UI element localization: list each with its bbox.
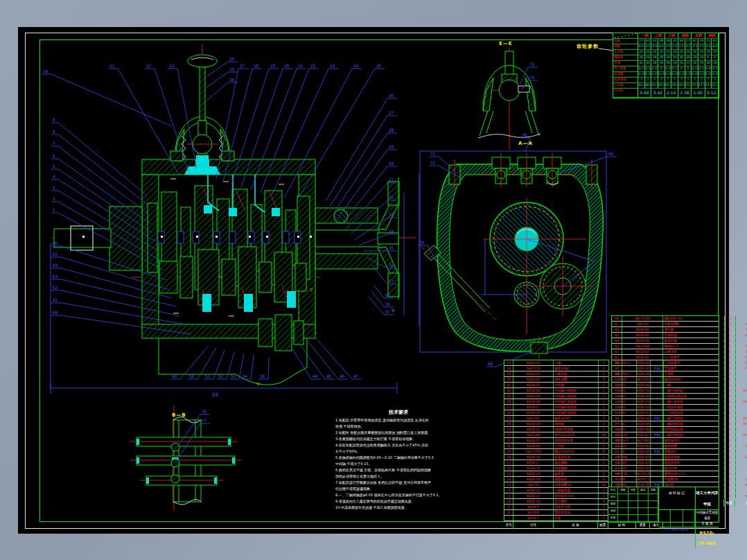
bom-row: 62BS20-62自锁弹簧365Mn (612, 349, 719, 355)
bom-row: 66BS20-66通气塞1Q235 (612, 327, 719, 333)
gear-parameter-table: 一档二档三档四档五档倒档齿数174322382833342741201342模数… (613, 33, 719, 98)
balloon-number: 70 (522, 132, 527, 137)
title-block: 标记处数分区签名日期设计校核审核批准 材料标记 理工大学汽车学院 中间轴式五档变… (608, 487, 719, 523)
balloon-number: 54 (243, 374, 248, 378)
balloon-number: 72 (430, 160, 436, 165)
note-line: 7.装配后进行空载磨合试验 各档位运转平稳 无冲击和异常噪声 (335, 480, 462, 486)
bom-row: 63GB/T308钢球φ7.95GCr15外购 (612, 344, 719, 349)
bom-row: 27BS20-27中间轴四档齿轮140Cr (504, 405, 608, 410)
balloon-number: 31 (389, 177, 394, 182)
balloon-number: 57 (385, 309, 391, 314)
gear-col-header: 一档 (638, 33, 651, 39)
balloon-number: 44 (313, 374, 318, 378)
bom-row: 15BS20-15轴承盖3HT150 (504, 471, 608, 477)
note-line: 10.外露表面涂灰色油漆 不加工表面涂防锈漆。 (335, 505, 462, 511)
bom-row: 24BS20-24倒档轴145 (504, 421, 608, 427)
balloon-number: 77 (202, 418, 207, 423)
technical-requirements: 技术要求 1.装配前 所有零件用煤油清洗 滚动轴承用汽油清洗 去净毛刺 铁屑 不… (335, 409, 462, 511)
balloon-number: 34 (389, 229, 394, 234)
balloon-number: 22 (310, 63, 316, 68)
main-section-view (51, 44, 419, 394)
balloon-number: 15 (229, 67, 235, 71)
bom-row: 14BS20-14调整垫组308F (504, 477, 608, 482)
gear-col-header: 五档 (692, 33, 705, 39)
balloon-number: 27 (389, 110, 394, 115)
balloon-number: 32 (389, 195, 394, 200)
note-line: 长不小于60%。 (335, 448, 462, 455)
balloon-number: 75 (529, 75, 535, 80)
surface-finish-mark: ▽ (392, 308, 395, 313)
view-label-e: E—E (499, 41, 513, 46)
surface-finish-mark: ▽ (256, 381, 260, 386)
bom-row: 67GB/T93弹簧垫圈81265Mn外购 (612, 322, 719, 327)
balloon-number: 51 (205, 374, 211, 378)
bom-row: 64BS20-64换档叉轴345 (612, 338, 719, 344)
bom-row: 17BS20-17放油螺塞1Q235 (504, 460, 608, 466)
note-line: 结合面不得有渗漏现象。 (335, 486, 462, 492)
bom-row: 32BS20-32弹性挡圈265Mn (504, 377, 608, 383)
material-mark-cell: 材料标记 (659, 487, 696, 509)
balloon-number: 12 (146, 63, 152, 68)
bom-row: 26BS20-26中间轴五档齿轮140Cr (504, 410, 608, 416)
bom-row: 7BS20-7衬垫2石棉板 (504, 516, 608, 521)
balloon-number: 65 (53, 252, 58, 256)
bom-row: 20BS20-20止动板1Q235 (504, 444, 608, 449)
note-line: 5.各轴承轴向间隙调整为0.05—0.10 二轴轴向窜动量不大于0.3 (335, 455, 462, 461)
balloon-number: 63 (53, 274, 58, 279)
notes-title: 技术要求 (335, 409, 462, 416)
balloon-number: 46 (340, 374, 345, 378)
balloon-number: 24 (353, 63, 359, 68)
bom-row: 23BS20-23倒档中间齿轮140Cr (504, 427, 608, 432)
note-line: 3.各紧固螺栓均应按规定力矩拧紧 不得有松动现象。 (335, 436, 462, 442)
balloon-number: 37 (389, 279, 394, 283)
detail-b-view (130, 405, 241, 511)
balloon-number: 58 (260, 374, 265, 378)
parts-list-left: 35BS20-35一轴120CrMnTi34GB/T276轴承63061外购33… (504, 360, 609, 522)
bom-row: 34GB/T276轴承63061外购 (504, 366, 608, 371)
bom-row: 10BS20-10定位螺钉335 (504, 499, 608, 505)
bom-row: 21BS20-21倒档齿轮衬套1QSn6.5 (504, 438, 608, 444)
balloon-number: 64 (53, 263, 58, 268)
scale-sheet-cell: 1:2 共1张 第1张 (659, 527, 696, 548)
drawing-number: BS20-7F-001 (696, 527, 719, 548)
surface-finish-mark: ▽ (310, 287, 313, 292)
gear-col-header: 四档 (678, 33, 692, 39)
bom-row: 16BS20-16加油螺塞1Q235 (504, 466, 608, 471)
balloon-number: 19 (270, 63, 276, 68)
bom-row: 68GB/T5783螺栓M8×201235外购 (612, 316, 719, 322)
note-line: 铁屑 不得有锈蚀。 (335, 423, 462, 430)
balloon-number: 71 (430, 151, 436, 156)
balloon-number: 66 (53, 240, 58, 245)
balloon-number: 11 (109, 63, 115, 68)
bom-row: 18BS20-18变速器壳体1HT200 (504, 455, 608, 460)
balloon-number: 35 (389, 245, 394, 250)
bom-row: 8BS20-8里程表接头1Q235 (504, 510, 608, 516)
balloon-number: 29 (389, 144, 394, 149)
bom-row: 25GB/T297轴承303072外购 (504, 416, 608, 421)
balloon-number: 5 (53, 164, 55, 168)
balloon-number: 52 (218, 374, 224, 378)
balloon-number: 50 (189, 374, 195, 378)
balloon-number: 6 (53, 153, 55, 158)
balloon-number: 55 (385, 292, 391, 297)
balloon-number: 49 (172, 374, 177, 378)
balloon-number: 47 (353, 374, 359, 378)
balloon-number: 60 (53, 310, 58, 315)
bom-row: 13GB/T93弹簧垫圈101665Mn外购 (504, 482, 608, 488)
note-line: 2.装配时 各配合面及摩擦面涂以润滑油 油封唇口涂上润滑脂。 (335, 430, 462, 436)
balloon-number: 74 (419, 240, 425, 245)
balloon-number: 53 (231, 374, 236, 378)
bom-row: 33BS20-33一轴齿轮120CrMnTi (504, 371, 608, 377)
organization-name: 理工大学汽车学院 (696, 487, 719, 509)
cad-viewer-canvas: 1112131415161718192021222324251098765432… (0, 0, 747, 560)
bom-row: 61BS20-61一二档拨叉1ZG310 (612, 355, 719, 360)
balloon-number: 56 (385, 301, 391, 306)
balloon-number: 25 (376, 63, 382, 68)
balloon-number: 10 (43, 69, 49, 73)
balloon-number: 26 (389, 93, 394, 98)
balloon-number: 14 (229, 56, 235, 61)
section-a-a (420, 151, 606, 359)
bom-row: 28BS20-28中间轴三档齿轮140Cr (504, 399, 608, 405)
view-label-b: B—B (172, 412, 186, 418)
balloon-number: 17 (240, 63, 245, 68)
